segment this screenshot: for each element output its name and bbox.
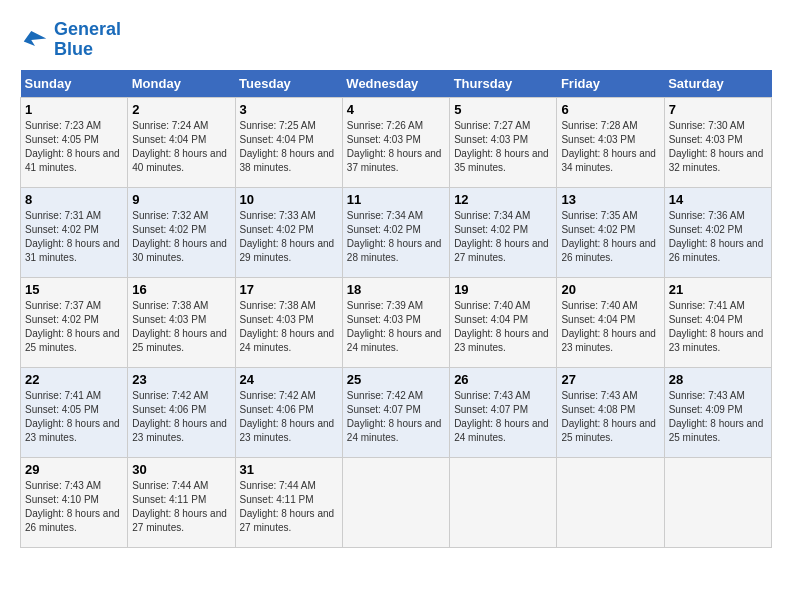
day-info: Sunrise: 7:40 AMSunset: 4:04 PMDaylight:… <box>561 300 656 353</box>
calendar-cell: 11 Sunrise: 7:34 AMSunset: 4:02 PMDaylig… <box>342 187 449 277</box>
day-number: 14 <box>669 192 767 207</box>
calendar-week-4: 22 Sunrise: 7:41 AMSunset: 4:05 PMDaylig… <box>21 367 772 457</box>
day-number: 13 <box>561 192 659 207</box>
day-number: 16 <box>132 282 230 297</box>
day-number: 19 <box>454 282 552 297</box>
calendar-cell <box>557 457 664 547</box>
calendar-cell: 8 Sunrise: 7:31 AMSunset: 4:02 PMDayligh… <box>21 187 128 277</box>
weekday-header-friday: Friday <box>557 70 664 98</box>
day-number: 20 <box>561 282 659 297</box>
day-info: Sunrise: 7:33 AMSunset: 4:02 PMDaylight:… <box>240 210 335 263</box>
page-header: General Blue <box>20 20 772 60</box>
day-info: Sunrise: 7:43 AMSunset: 4:09 PMDaylight:… <box>669 390 764 443</box>
day-number: 24 <box>240 372 338 387</box>
day-number: 31 <box>240 462 338 477</box>
calendar-cell: 6 Sunrise: 7:28 AMSunset: 4:03 PMDayligh… <box>557 97 664 187</box>
calendar-cell <box>664 457 771 547</box>
day-number: 9 <box>132 192 230 207</box>
calendar-week-5: 29 Sunrise: 7:43 AMSunset: 4:10 PMDaylig… <box>21 457 772 547</box>
day-info: Sunrise: 7:39 AMSunset: 4:03 PMDaylight:… <box>347 300 442 353</box>
calendar-cell: 21 Sunrise: 7:41 AMSunset: 4:04 PMDaylig… <box>664 277 771 367</box>
logo: General Blue <box>20 20 121 60</box>
day-info: Sunrise: 7:44 AMSunset: 4:11 PMDaylight:… <box>240 480 335 533</box>
day-info: Sunrise: 7:43 AMSunset: 4:07 PMDaylight:… <box>454 390 549 443</box>
day-number: 22 <box>25 372 123 387</box>
logo-icon <box>20 25 50 55</box>
calendar-cell: 16 Sunrise: 7:38 AMSunset: 4:03 PMDaylig… <box>128 277 235 367</box>
day-info: Sunrise: 7:42 AMSunset: 4:07 PMDaylight:… <box>347 390 442 443</box>
calendar-cell: 15 Sunrise: 7:37 AMSunset: 4:02 PMDaylig… <box>21 277 128 367</box>
day-number: 8 <box>25 192 123 207</box>
weekday-header-row: SundayMondayTuesdayWednesdayThursdayFrid… <box>21 70 772 98</box>
day-number: 23 <box>132 372 230 387</box>
calendar-cell: 20 Sunrise: 7:40 AMSunset: 4:04 PMDaylig… <box>557 277 664 367</box>
day-number: 7 <box>669 102 767 117</box>
day-number: 21 <box>669 282 767 297</box>
day-number: 4 <box>347 102 445 117</box>
day-info: Sunrise: 7:35 AMSunset: 4:02 PMDaylight:… <box>561 210 656 263</box>
day-number: 12 <box>454 192 552 207</box>
calendar-cell: 17 Sunrise: 7:38 AMSunset: 4:03 PMDaylig… <box>235 277 342 367</box>
calendar-cell: 30 Sunrise: 7:44 AMSunset: 4:11 PMDaylig… <box>128 457 235 547</box>
day-info: Sunrise: 7:26 AMSunset: 4:03 PMDaylight:… <box>347 120 442 173</box>
calendar-cell: 29 Sunrise: 7:43 AMSunset: 4:10 PMDaylig… <box>21 457 128 547</box>
weekday-header-thursday: Thursday <box>450 70 557 98</box>
day-number: 17 <box>240 282 338 297</box>
calendar-cell: 27 Sunrise: 7:43 AMSunset: 4:08 PMDaylig… <box>557 367 664 457</box>
day-number: 6 <box>561 102 659 117</box>
day-number: 1 <box>25 102 123 117</box>
day-number: 29 <box>25 462 123 477</box>
day-info: Sunrise: 7:38 AMSunset: 4:03 PMDaylight:… <box>132 300 227 353</box>
day-number: 25 <box>347 372 445 387</box>
calendar-cell: 12 Sunrise: 7:34 AMSunset: 4:02 PMDaylig… <box>450 187 557 277</box>
day-info: Sunrise: 7:37 AMSunset: 4:02 PMDaylight:… <box>25 300 120 353</box>
calendar-table: SundayMondayTuesdayWednesdayThursdayFrid… <box>20 70 772 548</box>
day-info: Sunrise: 7:38 AMSunset: 4:03 PMDaylight:… <box>240 300 335 353</box>
day-info: Sunrise: 7:34 AMSunset: 4:02 PMDaylight:… <box>347 210 442 263</box>
calendar-cell: 7 Sunrise: 7:30 AMSunset: 4:03 PMDayligh… <box>664 97 771 187</box>
calendar-cell <box>342 457 449 547</box>
calendar-cell: 1 Sunrise: 7:23 AMSunset: 4:05 PMDayligh… <box>21 97 128 187</box>
calendar-cell: 14 Sunrise: 7:36 AMSunset: 4:02 PMDaylig… <box>664 187 771 277</box>
day-info: Sunrise: 7:28 AMSunset: 4:03 PMDaylight:… <box>561 120 656 173</box>
day-number: 26 <box>454 372 552 387</box>
weekday-header-monday: Monday <box>128 70 235 98</box>
calendar-cell <box>450 457 557 547</box>
day-info: Sunrise: 7:34 AMSunset: 4:02 PMDaylight:… <box>454 210 549 263</box>
calendar-cell: 5 Sunrise: 7:27 AMSunset: 4:03 PMDayligh… <box>450 97 557 187</box>
calendar-cell: 19 Sunrise: 7:40 AMSunset: 4:04 PMDaylig… <box>450 277 557 367</box>
day-info: Sunrise: 7:41 AMSunset: 4:04 PMDaylight:… <box>669 300 764 353</box>
calendar-week-2: 8 Sunrise: 7:31 AMSunset: 4:02 PMDayligh… <box>21 187 772 277</box>
calendar-cell: 13 Sunrise: 7:35 AMSunset: 4:02 PMDaylig… <box>557 187 664 277</box>
calendar-cell: 4 Sunrise: 7:26 AMSunset: 4:03 PMDayligh… <box>342 97 449 187</box>
calendar-cell: 24 Sunrise: 7:42 AMSunset: 4:06 PMDaylig… <box>235 367 342 457</box>
day-info: Sunrise: 7:30 AMSunset: 4:03 PMDaylight:… <box>669 120 764 173</box>
day-info: Sunrise: 7:42 AMSunset: 4:06 PMDaylight:… <box>240 390 335 443</box>
day-number: 11 <box>347 192 445 207</box>
day-number: 3 <box>240 102 338 117</box>
day-info: Sunrise: 7:32 AMSunset: 4:02 PMDaylight:… <box>132 210 227 263</box>
day-info: Sunrise: 7:43 AMSunset: 4:10 PMDaylight:… <box>25 480 120 533</box>
calendar-cell: 10 Sunrise: 7:33 AMSunset: 4:02 PMDaylig… <box>235 187 342 277</box>
calendar-cell: 18 Sunrise: 7:39 AMSunset: 4:03 PMDaylig… <box>342 277 449 367</box>
day-number: 10 <box>240 192 338 207</box>
calendar-cell: 2 Sunrise: 7:24 AMSunset: 4:04 PMDayligh… <box>128 97 235 187</box>
calendar-cell: 28 Sunrise: 7:43 AMSunset: 4:09 PMDaylig… <box>664 367 771 457</box>
calendar-week-1: 1 Sunrise: 7:23 AMSunset: 4:05 PMDayligh… <box>21 97 772 187</box>
calendar-cell: 31 Sunrise: 7:44 AMSunset: 4:11 PMDaylig… <box>235 457 342 547</box>
logo-text: General Blue <box>54 20 121 60</box>
calendar-cell: 25 Sunrise: 7:42 AMSunset: 4:07 PMDaylig… <box>342 367 449 457</box>
day-number: 28 <box>669 372 767 387</box>
calendar-week-3: 15 Sunrise: 7:37 AMSunset: 4:02 PMDaylig… <box>21 277 772 367</box>
day-info: Sunrise: 7:27 AMSunset: 4:03 PMDaylight:… <box>454 120 549 173</box>
day-info: Sunrise: 7:40 AMSunset: 4:04 PMDaylight:… <box>454 300 549 353</box>
day-info: Sunrise: 7:24 AMSunset: 4:04 PMDaylight:… <box>132 120 227 173</box>
day-number: 15 <box>25 282 123 297</box>
calendar-cell: 26 Sunrise: 7:43 AMSunset: 4:07 PMDaylig… <box>450 367 557 457</box>
weekday-header-saturday: Saturday <box>664 70 771 98</box>
day-info: Sunrise: 7:23 AMSunset: 4:05 PMDaylight:… <box>25 120 120 173</box>
day-number: 27 <box>561 372 659 387</box>
day-info: Sunrise: 7:42 AMSunset: 4:06 PMDaylight:… <box>132 390 227 443</box>
day-number: 5 <box>454 102 552 117</box>
day-info: Sunrise: 7:36 AMSunset: 4:02 PMDaylight:… <box>669 210 764 263</box>
